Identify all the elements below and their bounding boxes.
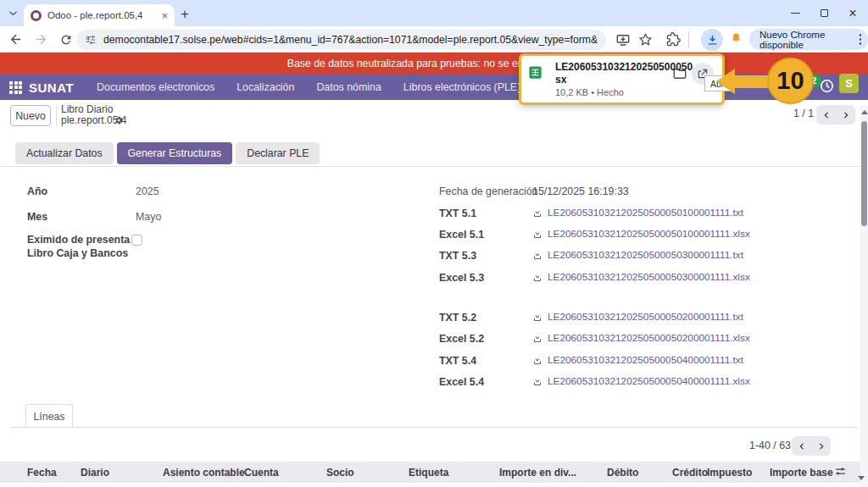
download-file-icon — [532, 312, 542, 322]
scrollbar-thumb[interactable] — [861, 121, 867, 226]
window-maximize-button[interactable] — [810, 0, 838, 26]
apps-grid-icon[interactable] — [9, 81, 22, 94]
actualizar-datos-button[interactable]: Actualizar Datos — [15, 142, 114, 164]
nav-item-localizacion[interactable]: Localización — [225, 75, 305, 100]
annotation-arrow-head — [716, 69, 735, 94]
scroll-down-icon[interactable] — [858, 476, 865, 480]
file-link[interactable]: LE2060531032120250500050200001111.xlsx — [532, 332, 750, 344]
file-label: Excel 5.2 — [439, 333, 484, 345]
statusbar-buttons: Actualizar Datos Generar Estructuras Dec… — [15, 142, 320, 164]
tab-close-icon[interactable]: × — [161, 10, 168, 21]
neutralized-banner: Base de datos neutralizada para pruebas:… — [0, 53, 868, 75]
download-file-icon — [532, 272, 542, 282]
file-link[interactable]: LE2060531032120250500050100001111.xlsx — [532, 228, 750, 240]
col-header-debito[interactable]: Débito — [607, 467, 638, 479]
nav-item-libros-ple[interactable]: Libros electrónicos (PLE) — [392, 75, 531, 100]
lines-pager — [792, 436, 831, 456]
col-header-credito[interactable]: Crédito — [672, 467, 708, 479]
file-name: LE2060531032120250500050300001111.txt — [548, 249, 743, 261]
generar-estructuras-button[interactable]: Generar Estructuras — [117, 142, 233, 164]
file-name: LE2060531032120250500050300001111.xlsx — [548, 271, 750, 283]
tab-lineas[interactable]: Líneas — [25, 404, 73, 428]
col-header-asiento-contable[interactable]: Asiento contable — [163, 467, 245, 479]
file-label: Excel 5.1 — [439, 229, 484, 241]
col-header-diario[interactable]: Diario — [81, 467, 109, 479]
lines-pager-count: 1-40 / 63 — [749, 440, 791, 451]
file-label: Excel 5.4 — [439, 376, 484, 388]
file-link[interactable]: LE2060531032120250500050400001111.xlsx — [532, 375, 750, 387]
lines-pager-prev-button[interactable] — [792, 436, 811, 456]
site-settings-icon[interactable] — [85, 34, 97, 46]
tab-title: Odoo - ple.report.05,4 — [47, 10, 155, 20]
download-file-icon — [532, 208, 542, 218]
month-label: Mes — [27, 211, 47, 223]
download-file-icon — [532, 333, 542, 343]
bookmark-star-icon[interactable] — [638, 32, 653, 47]
kebab-menu-icon[interactable] — [860, 38, 861, 41]
file-link[interactable]: LE2060531032120250500050400001111.txt — [532, 354, 743, 366]
browser-titlebar: Odoo - ple.report.05,4 × + × — [0, 0, 868, 26]
nav-brand[interactable]: SUNAT — [22, 80, 86, 95]
odoo-favicon — [31, 10, 42, 21]
file-link[interactable]: LE2060531032120250500050200001111.txt — [532, 311, 743, 323]
download-meta: 10,2 KB • Hecho — [555, 87, 624, 97]
new-record-button[interactable]: Nuevo — [10, 105, 51, 126]
reload-icon[interactable] — [59, 33, 73, 47]
new-chrome-button[interactable]: Nuevo Chrome disponible — [749, 29, 868, 50]
exempt-checkbox[interactable] — [131, 235, 142, 246]
file-label: TXT 5.1 — [439, 208, 476, 219]
url-bar[interactable]: democontable17.solse.pe/web#cids=1&menu_… — [76, 30, 606, 50]
url-text: democontable17.solse.pe/web#cids=1&menu_… — [103, 34, 598, 46]
download-file-icon — [532, 355, 542, 365]
pager-next-button[interactable] — [836, 105, 855, 125]
month-value[interactable]: Mayo — [136, 211, 161, 223]
file-link[interactable]: LE2060531032120250500050300001111.xlsx — [532, 271, 750, 283]
file-label: TXT 5.3 — [439, 250, 476, 262]
download-file-icon — [532, 376, 542, 386]
adjust-columns-icon[interactable] — [834, 465, 847, 478]
breadcrumb-divider — [56, 105, 57, 126]
lines-pager-next-button[interactable] — [811, 436, 831, 456]
generation-date-label: Fecha de generación — [439, 185, 537, 197]
extensions-icon[interactable] — [666, 32, 681, 47]
downloads-icon[interactable] — [701, 29, 723, 51]
notification-bell-icon[interactable] — [729, 31, 743, 46]
settings-gear-icon[interactable] — [114, 115, 124, 125]
pager-prev-button[interactable] — [816, 105, 836, 125]
year-value[interactable]: 2025 — [136, 185, 159, 197]
window-close-button[interactable]: × — [838, 0, 867, 26]
nav-item-documentos-electronicos[interactable]: Documentos electronicos — [86, 75, 225, 100]
file-link[interactable]: LE2060531032120250500050100001111.txt — [532, 207, 743, 219]
col-header-socio[interactable]: Socio — [326, 467, 354, 479]
col-header-fecha[interactable]: Fecha — [27, 467, 57, 479]
browser-tab[interactable]: Odoo - ple.report.05,4 × — [24, 4, 175, 26]
forward-icon[interactable] — [34, 32, 48, 47]
declarar-ple-button[interactable]: Declarar PLE — [236, 142, 320, 164]
sheet-top-border — [0, 166, 861, 167]
file-name: LE2060531032120250500050100001111.xlsx — [548, 228, 750, 240]
annotation-step-badge: 10 — [767, 58, 814, 104]
save-page-icon[interactable] — [615, 32, 631, 47]
file-name: LE2060531032120250500050100001111.txt — [548, 207, 743, 219]
file-name: LE2060531032120250500050400001111.txt — [548, 354, 743, 366]
col-header-cuenta[interactable]: Cuenta — [244, 467, 279, 479]
new-tab-button[interactable]: + — [181, 6, 189, 23]
col-header-importe-base[interactable]: Importe base — [770, 467, 833, 479]
scroll-up-icon[interactable] — [861, 110, 868, 114]
download-file-icon — [532, 229, 542, 239]
excel-file-icon — [527, 64, 543, 80]
file-link[interactable]: LE2060531032120250500050300001111.txt — [532, 249, 743, 261]
generation-date-value: 15/12/2025 16:19:33 — [532, 185, 629, 197]
col-header-importe-div[interactable]: Importe en div... — [499, 467, 576, 479]
window-minimize-button[interactable] — [781, 0, 810, 26]
show-in-folder-icon[interactable] — [672, 66, 687, 81]
back-icon[interactable] — [8, 32, 23, 47]
nav-item-datos-nomina[interactable]: Datos nómina — [305, 75, 392, 100]
activity-clock-icon[interactable] — [819, 78, 835, 94]
file-name: LE2060531032120250500050200001111.xlsx — [548, 332, 750, 344]
toolbar-divider — [688, 31, 689, 48]
col-header-etiqueta[interactable]: Etiqueta — [409, 467, 448, 479]
col-header-impuesto[interactable]: Impuesto — [707, 467, 752, 479]
tab-search-chevron-icon[interactable] — [7, 7, 19, 19]
user-avatar[interactable]: S — [839, 74, 859, 93]
